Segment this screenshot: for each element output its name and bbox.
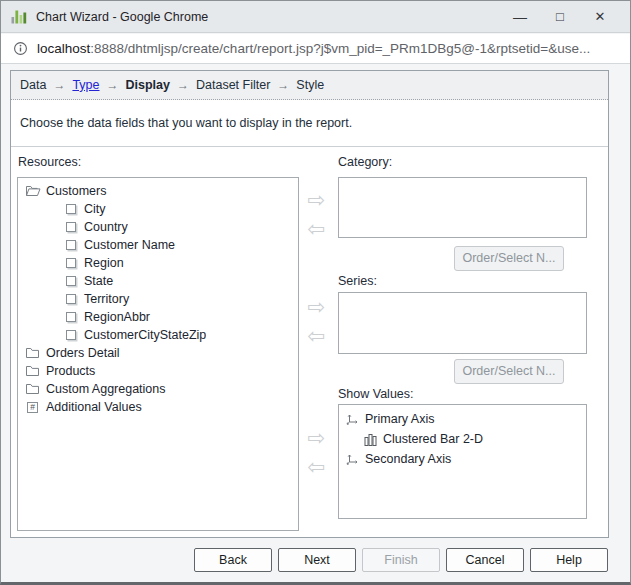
tree-item-territory[interactable]: Territory [18, 290, 298, 308]
category-order-select-button[interactable]: Order/Select N... [454, 246, 564, 271]
move-right-category-icon[interactable]: ⇨ [301, 190, 331, 211]
move-left-category-icon[interactable]: ⇦ [301, 219, 331, 240]
field-icon [62, 310, 79, 324]
series-label: Series: [338, 274, 377, 288]
resources-label: Resources: [18, 155, 81, 169]
tree-item-customers[interactable]: Customers [18, 182, 298, 200]
tree-item-label: Customers [46, 184, 106, 198]
field-icon [62, 328, 79, 342]
field-icon [62, 274, 79, 288]
move-left-values-icon[interactable]: ⇦ [301, 457, 331, 478]
folder-icon [24, 346, 41, 360]
footer-button-row: Back Next Finish Cancel Help [194, 548, 608, 572]
tree-item-label: Orders Detail [46, 346, 120, 360]
tree-item-label: State [84, 274, 113, 288]
cancel-button[interactable]: Cancel [446, 548, 524, 572]
bar-chart-icon [362, 432, 378, 446]
tree-item-label: Country [84, 220, 128, 234]
tree-item-label: CustomerCityStateZip [84, 328, 206, 342]
tree-item-customer-name[interactable]: Customer Name [18, 236, 298, 254]
window-title: Chart Wizard - Google Chrome [36, 10, 500, 24]
show-values-item-primary-axis[interactable]: Primary Axis [339, 409, 586, 429]
breadcrumb-arrow-icon: → [107, 78, 119, 92]
tree-item-label: Territory [84, 292, 129, 306]
tree-item-state[interactable]: State [18, 272, 298, 290]
url-host: localhost [37, 41, 90, 56]
minimize-button[interactable]: — [500, 3, 540, 31]
breadcrumb-step-style: Style [296, 78, 324, 92]
axis-icon [344, 452, 360, 466]
category-label: Category: [338, 155, 392, 169]
resources-tree[interactable]: Customers City Country Customer Name Reg… [17, 177, 299, 531]
folder-open-icon [24, 184, 41, 198]
breadcrumb: Data → Type → Display → Dataset Filter →… [11, 71, 608, 100]
show-values-item-clustered-bar[interactable]: Clustered Bar 2-D [339, 429, 586, 449]
tree-item-additional-values[interactable]: # Additional Values [18, 398, 298, 416]
address-bar[interactable]: localhost:8888/dhtmljsp/create/chart/rep… [1, 34, 630, 64]
folder-icon [24, 364, 41, 378]
tree-item-country[interactable]: Country [18, 218, 298, 236]
finish-button[interactable]: Finish [362, 548, 440, 572]
move-right-series-icon[interactable]: ⇨ [301, 297, 331, 318]
chart-wizard-window: Chart Wizard - Google Chrome — □ ✕ local… [0, 0, 631, 585]
tree-item-label: Custom Aggregations [46, 382, 166, 396]
breadcrumb-arrow-icon: → [277, 78, 289, 92]
tree-item-label: City [84, 202, 106, 216]
tree-item-regionabbr[interactable]: RegionAbbr [18, 308, 298, 326]
tree-item-city[interactable]: City [18, 200, 298, 218]
url-path: :8888/dhtmljsp/create/chart/report.jsp?j… [90, 41, 590, 56]
back-button[interactable]: Back [194, 548, 272, 572]
move-left-series-icon[interactable]: ⇦ [301, 326, 331, 347]
tree-item-label: Region [84, 256, 124, 270]
series-list[interactable] [338, 292, 587, 354]
number-icon: # [24, 400, 41, 414]
field-icon [62, 238, 79, 252]
breadcrumb-step-data: Data [20, 78, 46, 92]
breadcrumb-step-display: Display [126, 78, 170, 92]
tree-item-products[interactable]: Products [18, 362, 298, 380]
show-values-label: Show Values: [338, 387, 414, 401]
show-values-item-label: Clustered Bar 2-D [383, 432, 483, 446]
axis-icon [344, 412, 360, 426]
show-values-item-label: Secondary Axis [365, 452, 451, 466]
tree-item-orders-detail[interactable]: Orders Detail [18, 344, 298, 362]
tree-item-region[interactable]: Region [18, 254, 298, 272]
next-button[interactable]: Next [278, 548, 356, 572]
show-values-list[interactable]: Primary Axis Clustered Bar 2-D [338, 404, 587, 519]
app-bar-chart-icon [11, 9, 27, 25]
folder-icon [24, 382, 41, 396]
tree-item-customercitystatezip[interactable]: CustomerCityStateZip [18, 326, 298, 344]
tree-item-label: Customer Name [84, 238, 175, 252]
breadcrumb-step-dataset-filter: Dataset Filter [196, 78, 270, 92]
tree-item-custom-aggregations[interactable]: Custom Aggregations [18, 380, 298, 398]
breadcrumb-arrow-icon: → [177, 78, 189, 92]
help-button[interactable]: Help [530, 548, 608, 572]
breadcrumb-arrow-icon: → [53, 78, 65, 92]
maximize-button[interactable]: □ [540, 3, 580, 31]
tree-item-label: Additional Values [46, 400, 142, 414]
field-icon [62, 220, 79, 234]
field-icon [62, 256, 79, 270]
close-button[interactable]: ✕ [580, 3, 620, 31]
show-values-item-label: Primary Axis [365, 412, 434, 426]
tree-item-label: Products [46, 364, 95, 378]
breadcrumb-step-type[interactable]: Type [72, 78, 99, 92]
move-right-values-icon[interactable]: ⇨ [301, 428, 331, 449]
url-text[interactable]: localhost:8888/dhtmljsp/create/chart/rep… [37, 41, 590, 56]
tree-item-label: RegionAbbr [84, 310, 150, 324]
title-bar: Chart Wizard - Google Chrome — □ ✕ [1, 1, 630, 33]
show-values-item-secondary-axis[interactable]: Secondary Axis [339, 449, 586, 469]
field-icon [62, 202, 79, 216]
info-icon[interactable] [13, 41, 28, 56]
wizard-panel: Data → Type → Display → Dataset Filter →… [10, 70, 609, 538]
series-order-select-button[interactable]: Order/Select N... [454, 359, 564, 384]
field-icon [62, 292, 79, 306]
category-list[interactable] [338, 177, 587, 238]
instruction-text: Choose the data fields that you want to … [11, 100, 608, 147]
